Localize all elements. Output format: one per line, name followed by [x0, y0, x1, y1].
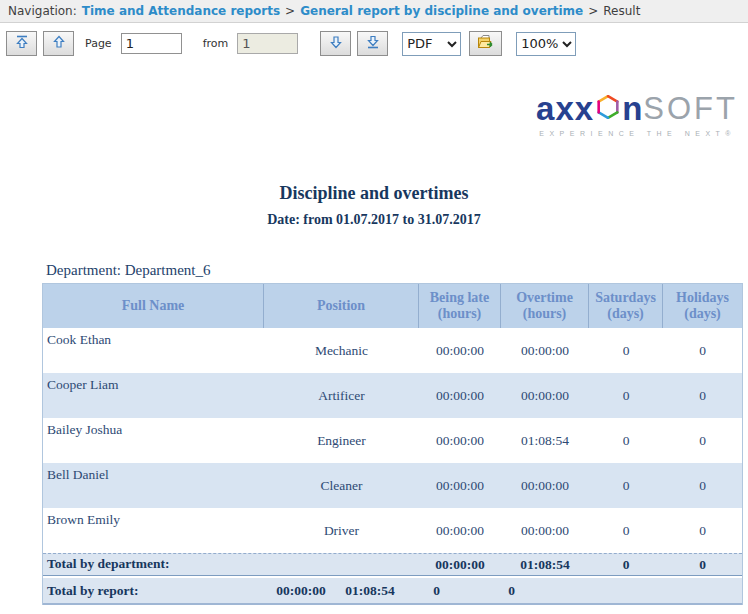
first-page-button[interactable] — [6, 31, 37, 56]
export-report-icon — [477, 34, 495, 53]
page-number-input[interactable] — [121, 33, 182, 54]
total-department-being-late: 00:00:00 — [419, 554, 501, 575]
export-format-select[interactable]: PDF — [402, 32, 461, 56]
column-header-position: Position — [264, 284, 419, 328]
column-header-full-name: Full Name — [43, 284, 264, 328]
total-report-overtime: 01:08:54 — [341, 578, 399, 603]
cell-overtime: 01:08:54 — [501, 418, 589, 463]
logo-text-soft: SOFT — [643, 93, 738, 124]
report-toolbar: Page from PDF — [0, 23, 748, 64]
cell-saturdays: 0 — [589, 463, 663, 508]
cell-being-late: 00:00:00 — [419, 508, 501, 553]
total-by-department-row: Total by department: 00:00:00 01:08:54 0… — [43, 553, 742, 576]
breadcrumb-current: Result — [603, 4, 640, 18]
table-row: Cooper Liam Artificer 00:00:00 00:00:00 … — [43, 373, 742, 418]
breadcrumb-link-general-report[interactable]: General report by discipline and overtim… — [300, 4, 583, 18]
arrow-up-to-top-icon — [14, 34, 30, 53]
last-page-button[interactable] — [357, 31, 388, 56]
cell-overtime: 00:00:00 — [501, 328, 589, 373]
cell-saturdays: 0 — [589, 418, 663, 463]
cell-saturdays: 0 — [589, 373, 663, 418]
table-row: Cook Ethan Mechanic 00:00:00 00:00:00 0 … — [43, 328, 742, 373]
page-label: Page — [85, 37, 112, 50]
cell-overtime: 00:00:00 — [501, 463, 589, 508]
total-report-saturdays: 0 — [399, 578, 474, 603]
cell-being-late: 00:00:00 — [419, 463, 501, 508]
logo-tagline: EXPERIENCE THE NEXT® — [536, 130, 736, 137]
cell-holidays: 0 — [663, 328, 742, 373]
cell-overtime: 00:00:00 — [501, 373, 589, 418]
page-count-field — [237, 33, 298, 54]
column-header-holidays: Holidays (days) — [663, 284, 742, 328]
table-header-row: Full Name Position Being late (hours) Ov… — [43, 284, 742, 328]
column-header-being-late: Being late (hours) — [419, 284, 501, 328]
breadcrumb-prefix: Navigation: — [8, 4, 77, 18]
cell-being-late: 00:00:00 — [419, 418, 501, 463]
column-header-overtime: Overtime (hours) — [501, 284, 589, 328]
report-page: axx n SOFT EXPERIENCE THE NEXT® Discipli… — [0, 64, 748, 614]
cell-position: Artificer — [264, 373, 419, 418]
table-row: Brown Emily Driver 00:00:00 00:00:00 0 0 — [43, 508, 742, 553]
cell-holidays: 0 — [663, 373, 742, 418]
arrow-down-to-bottom-icon — [365, 34, 381, 53]
discipline-overtime-table: Full Name Position Being late (hours) Ov… — [42, 283, 743, 605]
cell-position: Mechanic — [264, 328, 419, 373]
logo-text-n: n — [622, 92, 643, 125]
cell-overtime: 00:00:00 — [501, 508, 589, 553]
axxonsoft-logo: axx n SOFT EXPERIENCE THE NEXT® — [536, 92, 738, 137]
cell-position: Driver — [264, 508, 419, 553]
report-date-range: Date: from 01.07.2017 to 31.07.2017 — [0, 212, 748, 228]
total-department-holidays: 0 — [663, 554, 742, 575]
from-label: from — [203, 37, 229, 50]
cell-full-name: Brown Emily — [43, 508, 264, 553]
breadcrumb-separator: > — [285, 4, 295, 18]
cell-saturdays: 0 — [589, 328, 663, 373]
total-department-overtime: 01:08:54 — [501, 554, 589, 575]
previous-page-button[interactable] — [43, 31, 74, 56]
column-header-saturdays: Saturdays (days) — [589, 284, 663, 328]
total-report-being-late: 00:00:00 — [261, 578, 341, 603]
total-department-label: Total by department: — [43, 554, 419, 575]
breadcrumb-link-time-attendance[interactable]: Time and Attendance reports — [82, 4, 280, 18]
cell-full-name: Cooper Liam — [43, 373, 264, 418]
total-by-report-row: Total by report: 00:00:00 01:08:54 0 0 — [43, 578, 742, 605]
cell-full-name: Bailey Joshua — [43, 418, 264, 463]
report-viewer-window: Navigation: Time and Attendance reports … — [0, 0, 748, 614]
cell-holidays: 0 — [663, 418, 742, 463]
cell-position: Engineer — [264, 418, 419, 463]
cell-being-late: 00:00:00 — [419, 328, 501, 373]
cell-position: Cleaner — [264, 463, 419, 508]
cell-saturdays: 0 — [589, 508, 663, 553]
cell-full-name: Bell Daniel — [43, 463, 264, 508]
total-department-saturdays: 0 — [589, 554, 663, 575]
cell-full-name: Cook Ethan — [43, 328, 264, 373]
total-report-holidays: 0 — [474, 578, 549, 603]
total-report-filler — [549, 578, 742, 603]
breadcrumb-separator: > — [588, 4, 598, 18]
export-report-button[interactable] — [469, 31, 502, 56]
next-page-button[interactable] — [320, 31, 351, 56]
table-row: Bell Daniel Cleaner 00:00:00 00:00:00 0 … — [43, 463, 742, 508]
cell-being-late: 00:00:00 — [419, 373, 501, 418]
cell-holidays: 0 — [663, 508, 742, 553]
total-report-label: Total by report: — [43, 578, 261, 603]
zoom-level-select[interactable]: 100% — [516, 32, 576, 56]
breadcrumb: Navigation: Time and Attendance reports … — [0, 0, 748, 23]
logo-text-axx: axx — [536, 92, 594, 125]
cell-holidays: 0 — [663, 463, 742, 508]
table-row: Bailey Joshua Engineer 00:00:00 01:08:54… — [43, 418, 742, 463]
arrow-down-icon — [328, 34, 344, 53]
hexagon-logo-icon — [595, 93, 621, 125]
arrow-up-icon — [51, 34, 67, 53]
department-label: Department: Department_6 — [46, 262, 211, 279]
report-title: Discipline and overtimes — [0, 183, 748, 204]
